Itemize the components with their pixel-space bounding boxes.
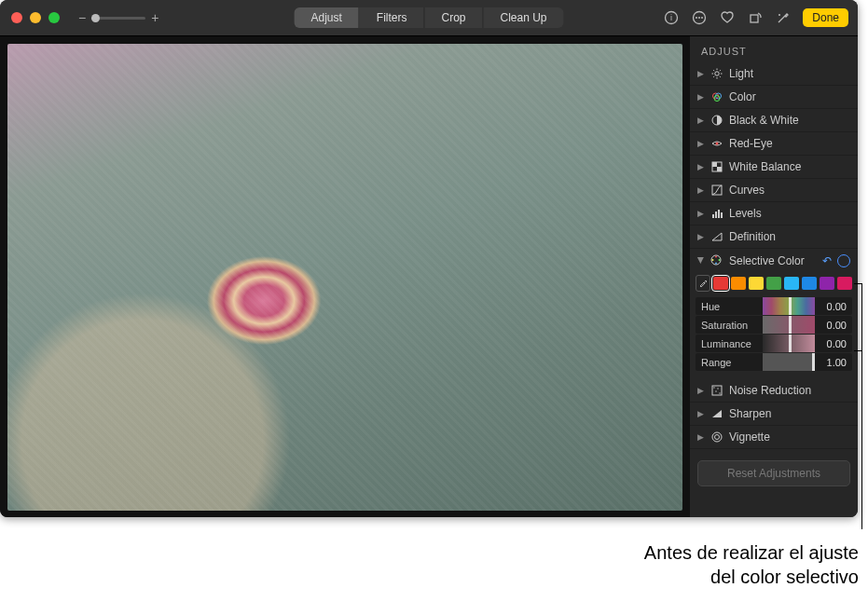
chevron-right-icon: ▶	[697, 209, 705, 218]
swatch-purple[interactable]	[820, 277, 834, 290]
adjustment-label: Vignette	[729, 430, 850, 444]
adjustment-color[interactable]: ▶ Color	[690, 86, 858, 109]
adjustment-curves[interactable]: ▶ Curves	[690, 179, 858, 202]
auto-enhance-icon[interactable]	[775, 9, 792, 26]
tab-cleanup[interactable]: Clean Up	[484, 7, 564, 28]
caption-text: Antes de realizar el ajuste del color se…	[644, 540, 859, 589]
svg-line-15	[713, 76, 714, 77]
svg-rect-22	[712, 162, 717, 167]
chevron-right-icon: ▶	[697, 116, 705, 125]
svg-rect-28	[721, 212, 723, 218]
edit-mode-tabs: Adjust Filters Crop Clean Up	[294, 7, 563, 28]
chevron-right-icon: ▶	[697, 185, 705, 195]
adjustment-definition[interactable]: ▶ Definition	[690, 226, 858, 249]
adjustment-label: Light	[729, 67, 850, 80]
photo-canvas[interactable]	[0, 36, 690, 517]
svg-rect-27	[718, 210, 720, 218]
chevron-right-icon: ▶	[697, 432, 705, 442]
slider-label: Luminance	[696, 335, 763, 352]
svg-point-5	[701, 17, 703, 19]
rotate-icon[interactable]	[747, 9, 764, 26]
sun-icon	[710, 67, 723, 80]
tab-adjust[interactable]: Adjust	[294, 7, 359, 28]
reset-icon[interactable]: ↶	[822, 254, 832, 267]
eyedropper-button[interactable]	[696, 275, 710, 292]
selective-color-panel: ▶ Selective Color ↶	[690, 249, 858, 379]
tab-filters[interactable]: Filters	[360, 7, 425, 28]
zoom-in-icon: +	[151, 10, 158, 25]
svg-point-38	[719, 392, 720, 393]
close-window-button[interactable]	[11, 12, 22, 23]
chevron-right-icon: ▶	[697, 386, 705, 395]
svg-point-4	[698, 17, 700, 19]
swatch-magenta[interactable]	[837, 277, 852, 290]
slider-value: 0.00	[815, 316, 852, 334]
svg-rect-26	[715, 212, 717, 218]
minimize-window-button[interactable]	[30, 12, 41, 23]
vignette-icon	[710, 430, 723, 444]
curves-icon	[710, 184, 723, 197]
svg-rect-34	[712, 386, 722, 395]
checker-icon	[710, 160, 723, 173]
chevron-down-icon: ▶	[696, 257, 706, 265]
swatch-green[interactable]	[766, 277, 781, 290]
adjustment-label: Red-Eye	[729, 137, 850, 150]
adjustment-label: White Balance	[729, 160, 850, 173]
chevron-right-icon: ▶	[697, 92, 705, 102]
swatch-cyan[interactable]	[784, 277, 799, 290]
adjustment-label: Black & White	[729, 114, 850, 127]
adjustment-levels[interactable]: ▶ Levels	[690, 202, 858, 226]
titlebar: − + Adjust Filters Crop Clean Up i Done	[0, 0, 858, 36]
favorite-icon[interactable]	[719, 9, 736, 26]
adjustment-sharpen[interactable]: ▶ Sharpen	[690, 403, 858, 426]
svg-rect-6	[751, 15, 758, 22]
swatch-yellow[interactable]	[749, 277, 764, 290]
adjustment-bw[interactable]: ▶ Black & White	[690, 109, 858, 132]
half-circle-icon	[710, 114, 723, 127]
tab-crop[interactable]: Crop	[424, 7, 483, 28]
swatch-red[interactable]	[713, 277, 728, 290]
adjustment-label: Color	[729, 90, 850, 103]
chevron-right-icon: ▶	[697, 409, 705, 418]
chevron-right-icon: ▶	[697, 139, 705, 148]
svg-point-40	[715, 435, 720, 440]
svg-point-33	[712, 259, 714, 261]
adjustment-whitebalance[interactable]: ▶ White Balance	[690, 156, 858, 179]
slider-label: Range	[696, 353, 763, 371]
svg-point-39	[712, 432, 722, 442]
adjustment-redeye[interactable]: ▶ Red-Eye	[690, 132, 858, 156]
adjustment-label: Curves	[729, 184, 850, 197]
zoom-slider[interactable]: − +	[78, 10, 158, 25]
enable-toggle[interactable]	[837, 254, 850, 267]
range-slider[interactable]: Range 1.00	[696, 353, 852, 371]
window-controls	[11, 12, 60, 23]
adjustment-label: Levels	[729, 207, 850, 220]
svg-rect-25	[712, 214, 714, 218]
levels-icon	[710, 207, 723, 220]
zoom-out-icon: −	[78, 10, 86, 25]
done-button[interactable]: Done	[803, 8, 848, 27]
svg-line-14	[720, 70, 721, 71]
adjustment-label: Noise Reduction	[729, 384, 850, 397]
adjustment-light[interactable]: ▶ Light	[690, 62, 858, 86]
slider-value: 0.00	[815, 335, 852, 352]
eye-icon	[710, 137, 723, 150]
slider-value: 1.00	[815, 353, 852, 371]
more-icon[interactable]	[691, 9, 708, 26]
svg-point-37	[715, 390, 716, 391]
svg-rect-24	[712, 185, 722, 195]
saturation-slider[interactable]: Saturation 0.00	[696, 316, 852, 334]
swatch-blue[interactable]	[802, 277, 817, 290]
slider-value: 0.00	[815, 297, 852, 315]
reset-adjustments-button[interactable]: Reset Adjustments	[697, 460, 850, 486]
adjustment-vignette[interactable]: ▶ Vignette	[690, 426, 858, 449]
adjustment-noise-reduction[interactable]: ▶ Noise Reduction	[690, 379, 858, 403]
adjustment-selective-color[interactable]: ▶ Selective Color ↶	[696, 253, 852, 273]
app-window: − + Adjust Filters Crop Clean Up i Done	[0, 0, 858, 517]
luminance-slider[interactable]: Luminance 0.00	[696, 335, 852, 352]
swatch-orange[interactable]	[731, 277, 746, 290]
triangle-icon	[710, 230, 723, 243]
fullscreen-window-button[interactable]	[48, 12, 60, 23]
info-icon[interactable]: i	[663, 9, 680, 26]
hue-slider[interactable]: Hue 0.00	[696, 297, 852, 315]
